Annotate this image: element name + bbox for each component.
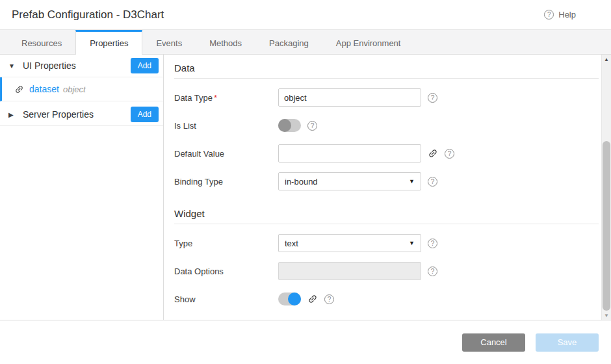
- prefab-configuration-dialog: Prefab Configuration - D3Chart ? Help Re…: [0, 0, 611, 364]
- form-row-binding-type: Binding Type in-bound ▼ ?: [174, 172, 599, 190]
- tab-properties[interactable]: Properties: [75, 30, 142, 55]
- show-toggle[interactable]: [278, 292, 301, 306]
- widget-type-help-icon[interactable]: ?: [428, 239, 437, 248]
- form-row-show: Show ?: [174, 290, 599, 308]
- help-label: Help: [558, 10, 576, 20]
- show-label: Show: [174, 294, 278, 304]
- widget-type-label: Type: [174, 239, 278, 248]
- section-title-widget: Widget: [174, 200, 599, 224]
- chevron-down-icon: ▼: [8, 62, 23, 70]
- dataset-item-type: object: [63, 84, 86, 94]
- caret-down-icon: ▼: [409, 178, 415, 185]
- link-icon: [14, 84, 24, 94]
- chevron-right-icon: ▶: [8, 111, 23, 118]
- page-title: Prefab Configuration - D3Chart: [12, 8, 164, 21]
- dialog-footer: Cancel Save: [0, 320, 611, 364]
- tab-methods[interactable]: Methods: [196, 30, 255, 54]
- is-list-help-icon[interactable]: ?: [307, 121, 317, 131]
- tab-app-environment[interactable]: App Environment: [322, 30, 415, 54]
- toggle-knob: [278, 119, 291, 132]
- tab-events[interactable]: Events: [142, 30, 196, 54]
- form-row-is-list: Is List ?: [174, 116, 599, 135]
- default-value-input[interactable]: [278, 144, 421, 162]
- binding-type-select[interactable]: in-bound ▼: [278, 172, 421, 190]
- data-type-label: Data Type*: [174, 93, 278, 103]
- is-list-toggle[interactable]: [278, 119, 301, 132]
- form-row-data-type: Data Type* ?: [174, 88, 599, 107]
- show-help-icon[interactable]: ?: [324, 294, 334, 304]
- is-list-label: Is List: [174, 121, 278, 131]
- data-options-label: Data Options: [174, 266, 278, 276]
- server-properties-label: Server Properties: [23, 109, 131, 120]
- property-form-panel: Data Data Type* ? Is List ? Default Valu: [164, 55, 601, 320]
- scrollbar-track[interactable]: [602, 64, 611, 311]
- scroll-up-arrow-icon[interactable]: ▲: [602, 55, 611, 64]
- dialog-header: Prefab Configuration - D3Chart ? Help: [0, 0, 611, 30]
- form-row-data-options: Data Options ?: [174, 262, 599, 280]
- data-type-input[interactable]: [278, 88, 421, 107]
- help-circle-icon: ?: [544, 10, 554, 20]
- scrollbar-thumb[interactable]: [603, 141, 610, 311]
- data-options-help-icon[interactable]: ?: [428, 266, 437, 276]
- section-title-data: Data: [174, 55, 599, 79]
- tab-bar: Resources Properties Events Methods Pack…: [0, 30, 611, 55]
- dialog-body: ▼ UI Properties Add dataset object ▶ Ser…: [0, 55, 611, 320]
- default-value-label: Default Value: [174, 149, 278, 159]
- toggle-knob: [288, 292, 301, 306]
- data-options-input: [278, 262, 421, 280]
- tab-packaging[interactable]: Packaging: [255, 30, 322, 54]
- tab-resources[interactable]: Resources: [8, 30, 75, 54]
- save-button[interactable]: Save: [536, 333, 599, 352]
- form-row-default-value: Default Value ?: [174, 144, 599, 162]
- caret-down-icon: ▼: [409, 240, 415, 246]
- binding-type-value: in-bound: [285, 177, 318, 187]
- sidebar-item-dataset[interactable]: dataset object: [0, 77, 163, 101]
- default-value-help-icon[interactable]: ?: [445, 149, 454, 159]
- required-asterisk: *: [214, 93, 217, 103]
- sidebar-group-server-properties[interactable]: ▶ Server Properties Add: [0, 103, 163, 126]
- widget-type-value: text: [285, 239, 298, 248]
- data-type-help-icon[interactable]: ?: [428, 93, 437, 103]
- bind-link-icon[interactable]: [307, 294, 318, 304]
- form-row-widget-type: Type text ▼ ?: [174, 234, 599, 252]
- binding-type-help-icon[interactable]: ?: [428, 177, 437, 187]
- add-ui-property-button[interactable]: Add: [131, 58, 159, 73]
- bind-link-icon[interactable]: [428, 148, 438, 159]
- binding-type-label: Binding Type: [174, 177, 278, 187]
- dataset-item-name: dataset: [29, 84, 59, 94]
- add-server-property-button[interactable]: Add: [131, 107, 159, 122]
- scroll-down-arrow-icon[interactable]: ▼: [602, 311, 611, 320]
- vertical-scrollbar[interactable]: ▲ ▼: [601, 55, 611, 320]
- ui-properties-label: UI Properties: [23, 60, 131, 71]
- properties-sidebar: ▼ UI Properties Add dataset object ▶ Ser…: [0, 55, 164, 320]
- help-link[interactable]: ? Help: [544, 10, 576, 20]
- cancel-button[interactable]: Cancel: [462, 333, 525, 352]
- sidebar-group-ui-properties[interactable]: ▼ UI Properties Add: [0, 55, 163, 77]
- widget-type-select[interactable]: text ▼: [278, 234, 421, 252]
